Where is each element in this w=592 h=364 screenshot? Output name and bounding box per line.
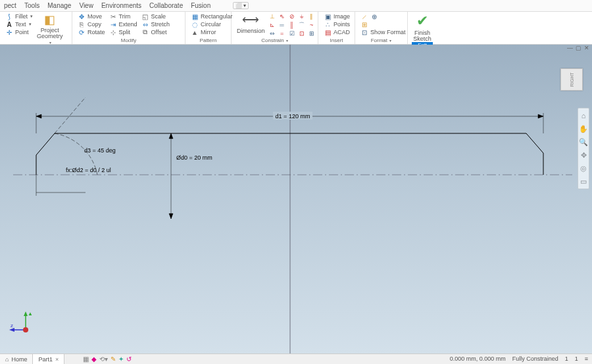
nav-home-icon[interactable]: ⌂ — [579, 111, 588, 120]
status-tool-icon[interactable]: ✦ — [118, 355, 124, 363]
point-icon: ✛ — [5, 28, 13, 36]
move-tool[interactable]: ✥Move — [76, 12, 103, 20]
mdi-minimize[interactable]: — — [567, 45, 573, 51]
rotate-icon: ⟳ — [78, 28, 86, 36]
copy-icon: ⎘ — [78, 20, 86, 28]
app-search-icon[interactable]: ⬜ ▾ — [233, 2, 249, 9]
dimension-icon: ⟷ — [243, 12, 258, 27]
nav-orbit-icon[interactable]: ✥ — [579, 150, 588, 160]
constraint-perpendicular[interactable]: ⊾ — [268, 21, 277, 29]
insert-points[interactable]: ∴Points — [322, 20, 351, 28]
show-format[interactable]: ⊡Show Format — [359, 28, 407, 36]
mdi-restore[interactable]: ▢ — [576, 45, 581, 51]
menu-item[interactable]: Environments — [101, 2, 141, 9]
panel-title-format[interactable]: Format ▾ — [359, 37, 403, 43]
constraint-vertical[interactable]: ║ — [287, 21, 297, 29]
constraint-show[interactable]: ☑ — [287, 30, 297, 37]
svg-text:z: z — [11, 323, 13, 329]
split-icon: ⊹ — [109, 28, 117, 36]
constraints-grid: ⊥ ⇖ ⊘ ⏚ ∥ ⊾ ═ ║ ⌒ ~ ⇔ = ☑ ⊡ ⊞ — [268, 12, 316, 37]
dim-d2[interactable]: fx:Ød2 = d0 / 2 ul — [66, 167, 111, 173]
menu-item[interactable]: Fusion — [191, 2, 210, 9]
mdi-close[interactable]: ✕ — [584, 45, 589, 51]
format-driven[interactable]: ⊞ — [359, 20, 370, 28]
status-tool-icon[interactable]: ⟲▾ — [99, 355, 108, 363]
rectangular-icon: ▦ — [191, 12, 199, 20]
fillet-tool[interactable]: ⟆Fillet▾ — [4, 12, 34, 20]
centerline-icon: ⊕ — [370, 12, 378, 20]
construction-icon: ⟋ — [360, 12, 368, 20]
constraint-coincident[interactable]: ⊥ — [268, 12, 277, 20]
constraint-symmetric[interactable]: ⇔ — [268, 30, 277, 37]
panel-title-modify: Modify — [76, 37, 181, 43]
status-menu-icon[interactable]: ≡ — [585, 355, 588, 362]
constraint-tangent[interactable]: ⌒ — [297, 21, 307, 29]
trim-icon: ✂ — [109, 12, 117, 20]
constraint-fix[interactable]: ⏚ — [297, 12, 307, 20]
stretch-tool[interactable]: ⇔Stretch — [140, 20, 172, 28]
status-tool-icon[interactable]: ▦ — [83, 355, 89, 363]
fillet-icon: ⟆ — [5, 12, 13, 20]
constraint-inference[interactable]: ⊞ — [307, 30, 316, 37]
tab-home[interactable]: ⌂Home — [0, 354, 33, 364]
nav-pan-icon[interactable]: ✋ — [579, 124, 588, 133]
menu-item[interactable]: Manage — [47, 2, 71, 9]
project-geometry-tool[interactable]: ◧ ProjectGeometry ▾ — [36, 12, 64, 45]
image-icon: ▣ — [324, 12, 332, 20]
offset-tool[interactable]: ⧉Offset — [140, 28, 168, 36]
points-icon: ∴ — [324, 20, 332, 28]
panel-title-pattern: Pattern — [189, 37, 227, 43]
dimension-tool[interactable]: ⟷ Dimension — [235, 12, 266, 34]
show-format-icon: ⊡ — [360, 28, 368, 36]
constraint-auto[interactable]: ⊡ — [297, 30, 307, 37]
copy-tool[interactable]: ⎘Copy — [76, 20, 103, 28]
nav-zoom-icon[interactable]: 🔍 — [579, 137, 588, 147]
status-tool-icon[interactable]: ✎ — [111, 355, 116, 363]
circular-pattern[interactable]: ◌Circular — [189, 20, 222, 28]
circular-icon: ◌ — [191, 20, 199, 28]
panel-title-constrain[interactable]: Constrain ▾ — [235, 37, 314, 43]
offset-icon: ⧉ — [141, 28, 149, 36]
dim-d1[interactable]: d1 = 120 mm — [276, 113, 310, 120]
svg-marker-5 — [36, 114, 41, 118]
close-icon[interactable]: × — [55, 356, 59, 363]
format-construction[interactable]: ⟋⊕ — [359, 12, 380, 20]
status-tool-icon[interactable]: ◆ — [91, 355, 97, 363]
insert-image[interactable]: ▣Image — [322, 12, 351, 20]
constraint-smooth[interactable]: ~ — [307, 21, 316, 29]
text-tool[interactable]: AText▾ — [4, 20, 33, 28]
dim-d3[interactable]: d3 = 45 deg — [84, 147, 116, 154]
trim-tool[interactable]: ✂Trim — [108, 12, 132, 20]
menu-item[interactable]: View — [79, 2, 93, 9]
navigation-bar: ⌂ ✋ 🔍 ✥ ◎ ▭ — [578, 108, 589, 189]
menu-item[interactable]: pect — [4, 2, 16, 9]
extend-tool[interactable]: ⇥Extend — [108, 20, 139, 28]
constraint-horizontal[interactable]: ═ — [278, 21, 287, 29]
viewcube[interactable]: RIGHT — [560, 68, 583, 91]
rectangular-pattern[interactable]: ▦Rectangular — [189, 12, 234, 20]
panel-title-insert: Insert — [322, 37, 351, 43]
insert-acad[interactable]: ▤ACAD — [322, 28, 351, 36]
menu-item[interactable]: Tools — [24, 2, 39, 9]
dim-d0[interactable]: Ød0 = 20 mm — [176, 154, 212, 161]
tab-part1[interactable]: Part1 × — [33, 354, 64, 364]
status-tool-icon[interactable]: ↺ — [126, 355, 132, 363]
split-tool[interactable]: ⊹Split — [108, 28, 132, 36]
scale-tool[interactable]: ◱Scale — [140, 12, 168, 20]
menu-item[interactable]: Collaborate — [149, 2, 183, 9]
driven-icon: ⊞ — [360, 20, 368, 28]
nav-fullnav-icon[interactable]: ▭ — [579, 177, 588, 186]
sketch-canvas[interactable]: — ▢ ✕ d1 = 120 mm Ød0 = 20 mm — [0, 45, 592, 353]
point-tool[interactable]: ✛Point — [4, 28, 30, 36]
nav-lookat-icon[interactable]: ◎ — [579, 164, 588, 173]
mirror-pattern[interactable]: ▲Mirror — [189, 28, 218, 36]
extend-icon: ⇥ — [109, 20, 117, 28]
rotate-tool[interactable]: ⟳Rotate — [76, 28, 107, 36]
constraint-equal[interactable]: = — [278, 30, 287, 37]
finish-sketch[interactable]: ✔ FinishSketch — [412, 12, 433, 42]
svg-marker-10 — [169, 214, 173, 219]
constraint-collinear[interactable]: ⇖ — [278, 12, 287, 20]
constraint-concentric[interactable]: ⊘ — [287, 12, 297, 20]
check-icon: ✔ — [416, 12, 428, 30]
constraint-parallel[interactable]: ∥ — [307, 12, 316, 20]
